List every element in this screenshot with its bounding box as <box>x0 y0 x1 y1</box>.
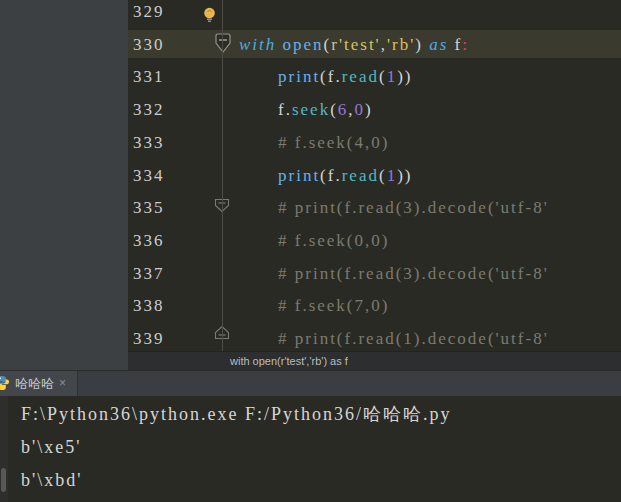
code-line-339[interactable]: # print(f.read(1).decode('utf-8' <box>278 328 621 350</box>
line-number-336[interactable]: 336 <box>133 230 185 252</box>
token-mth: seek <box>292 100 330 119</box>
token-pl: f. <box>278 100 292 119</box>
line-number-337[interactable]: 337 <box>133 263 185 285</box>
line-number-332[interactable]: 332 <box>133 99 185 121</box>
code-line-337[interactable]: # print(f.read(3).decode('utf-8' <box>278 263 621 285</box>
context-hint-bar: with open(r'test','rb') as f <box>128 351 621 370</box>
token-pl: ( <box>379 67 387 86</box>
gutter-separator <box>222 0 223 351</box>
token-num: 0 <box>355 100 366 119</box>
token-pl: ) <box>415 35 429 54</box>
token-cm: # f.seek(7,0) <box>278 296 389 315</box>
token-cm: # f.seek(0,0) <box>278 231 389 250</box>
console-line-1: F:\Python36\python.exe F:/Python36/哈哈哈.p… <box>21 402 452 426</box>
code-line-338[interactable]: # f.seek(7,0) <box>278 295 621 317</box>
token-str: 'test' <box>339 35 381 54</box>
token-pl: (f. <box>320 67 342 86</box>
console-line-3: b'\xbd' <box>21 468 83 492</box>
console-scrollbar[interactable] <box>0 396 8 502</box>
token-kw: as <box>429 35 454 54</box>
token-pl: )) <box>397 67 412 86</box>
line-number-334[interactable]: 334 <box>133 165 185 187</box>
token-num: 6 <box>338 100 349 119</box>
run-tool-tab-bar: 哈哈哈 × <box>0 370 621 396</box>
tab-close-icon[interactable]: × <box>59 376 66 390</box>
token-str: 'rb' <box>387 35 415 54</box>
token-pl: ( <box>330 100 338 119</box>
line-number-339[interactable]: 339 <box>133 328 185 350</box>
token-fn: print <box>278 67 320 86</box>
python-icon <box>0 375 10 395</box>
token-colon: : <box>462 35 469 54</box>
line-number-331[interactable]: 331 <box>133 66 185 88</box>
code-line-331[interactable]: print(f.read(1)) <box>278 66 621 88</box>
line-number-330[interactable]: 330 <box>133 34 185 56</box>
token-cm: # print(f.read(1).decode('utf-8' <box>278 329 549 348</box>
line-number-329[interactable]: 329 <box>133 1 185 23</box>
code-line-330[interactable]: with open(r'test','rb') as f: <box>239 34 621 56</box>
code-line-332[interactable]: f.seek(6,0) <box>278 99 621 121</box>
line-number-335[interactable]: 335 <box>133 197 185 219</box>
code-line-335[interactable]: # print(f.read(3).decode('utf-8' <box>278 197 621 219</box>
token-fn: open <box>283 35 324 54</box>
code-line-336[interactable]: # f.seek(0,0) <box>278 230 621 252</box>
ide-window: 329330with open(r'test','rb') as f:331pr… <box>0 0 621 502</box>
fold-marker-330[interactable] <box>214 33 232 58</box>
token-strp: r <box>331 35 339 54</box>
console-line-2: b'\xe5' <box>21 435 81 459</box>
token-num: 1 <box>387 166 398 185</box>
line-number-338[interactable]: 338 <box>133 295 185 317</box>
code-line-329[interactable] <box>239 1 621 23</box>
console-scrollbar-thumb[interactable] <box>1 468 6 492</box>
code-line-334[interactable]: print(f.read(1)) <box>278 165 621 187</box>
token-pl: (f. <box>320 166 342 185</box>
token-cm: # print(f.read(3).decode('utf-8' <box>278 264 549 283</box>
token-pl: ( <box>379 166 387 185</box>
project-panel[interactable] <box>0 0 128 370</box>
token-pl: ) <box>365 100 373 119</box>
intention-bulb-icon[interactable] <box>202 7 217 29</box>
token-mth: read <box>342 67 379 86</box>
line-number-333[interactable]: 333 <box>133 132 185 154</box>
context-hint-text: with open(r'test','rb') as f <box>230 355 348 367</box>
token-mth: read <box>342 166 379 185</box>
code-line-333[interactable]: # f.seek(4,0) <box>278 132 621 154</box>
token-num: 1 <box>387 67 398 86</box>
token-pl: )) <box>397 166 412 185</box>
run-console[interactable]: F:\Python36\python.exe F:/Python36/哈哈哈.p… <box>0 396 621 502</box>
token-cm: # print(f.read(3).decode('utf-8' <box>278 198 549 217</box>
token-cm: # f.seek(4,0) <box>278 133 389 152</box>
run-tab-label[interactable]: 哈哈哈 <box>15 375 54 393</box>
token-kw: with <box>239 35 283 54</box>
run-tab[interactable]: 哈哈哈 × <box>0 371 78 396</box>
token-fn: print <box>278 166 320 185</box>
